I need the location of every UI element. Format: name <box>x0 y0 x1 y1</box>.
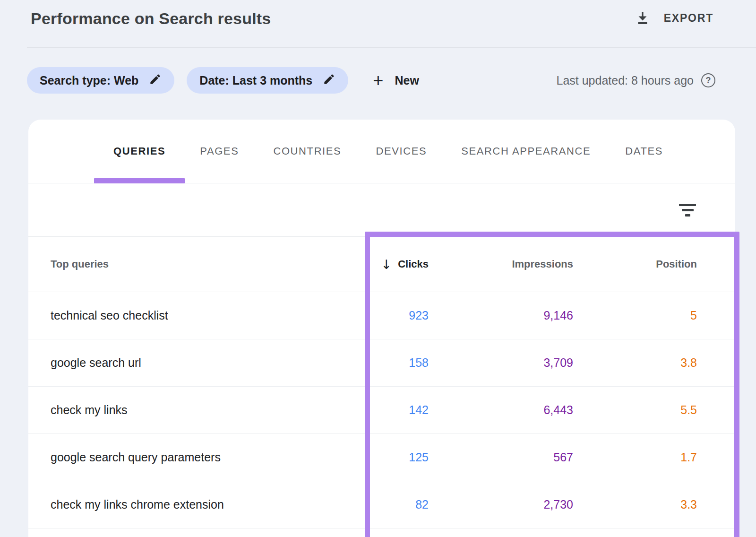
impressions-cell: 2,730 <box>429 498 573 511</box>
queries-table: Top queries ↓ Clicks Impressions Positio… <box>28 236 735 528</box>
query-cell[interactable]: check my links chrome extension <box>51 498 358 511</box>
query-cell[interactable]: technical seo checklist <box>51 309 358 322</box>
export-button[interactable]: EXPORT <box>636 10 713 26</box>
new-filter-button[interactable]: + New <box>373 71 419 89</box>
clicks-cell: 158 <box>358 356 429 370</box>
position-cell: 5.5 <box>573 403 697 417</box>
impressions-cell: 9,146 <box>429 309 573 322</box>
impressions-cell: 567 <box>429 450 573 464</box>
export-label: EXPORT <box>664 12 713 25</box>
search-type-chip[interactable]: Search type: Web <box>27 67 174 94</box>
position-cell: 5 <box>573 309 697 322</box>
position-cell: 3.8 <box>573 356 697 370</box>
impressions-cell: 3,709 <box>429 356 573 370</box>
table-row[interactable]: check my links chrome extension 82 2,730… <box>28 481 735 528</box>
filter-list-icon[interactable] <box>677 202 698 218</box>
clicks-cell: 82 <box>358 498 429 511</box>
clicks-cell: 923 <box>358 309 429 322</box>
column-header-impressions[interactable]: Impressions <box>429 258 573 270</box>
clicks-cell: 142 <box>358 403 429 417</box>
header-divider <box>27 47 756 48</box>
query-cell[interactable]: check my links <box>51 403 358 417</box>
column-header-top-queries: Top queries <box>51 258 358 270</box>
table-row[interactable]: check my links 142 6,443 5.5 <box>28 387 735 434</box>
clicks-cell: 125 <box>358 450 429 464</box>
tab-dates-label: DATES <box>625 145 663 157</box>
last-updated: Last updated: 8 hours ago ? <box>556 73 715 87</box>
date-filter-chip-label: Date: Last 3 months <box>199 74 312 87</box>
tab-countries-label: COUNTRIES <box>273 145 341 157</box>
pencil-icon <box>149 73 162 88</box>
query-cell[interactable]: google search query parameters <box>51 450 358 464</box>
column-header-position[interactable]: Position <box>573 258 697 270</box>
tab-dates[interactable]: DATES <box>625 120 663 183</box>
tab-pages[interactable]: PAGES <box>200 120 239 183</box>
table-row[interactable]: technical seo checklist 923 9,146 5 <box>28 292 735 339</box>
query-cell[interactable]: google search url <box>51 356 358 370</box>
tab-devices-label: DEVICES <box>376 145 427 157</box>
position-cell: 3.3 <box>573 498 697 511</box>
impressions-cell: 6,443 <box>429 403 573 417</box>
column-header-clicks[interactable]: ↓ Clicks <box>358 258 429 271</box>
new-filter-label: New <box>395 74 419 87</box>
last-updated-text: Last updated: 8 hours ago <box>556 74 694 87</box>
page-title: Performance on Search results <box>31 9 271 28</box>
table-row[interactable]: google search query parameters 125 567 1… <box>28 434 735 481</box>
tab-search-appearance-label: SEARCH APPEARANCE <box>461 145 591 157</box>
position-cell: 1.7 <box>573 450 697 464</box>
report-card: QUERIES PAGES COUNTRIES DEVICES SEARCH A… <box>28 120 735 537</box>
table-header-row: Top queries ↓ Clicks Impressions Positio… <box>28 236 735 292</box>
date-filter-chip[interactable]: Date: Last 3 months <box>187 67 348 94</box>
pencil-icon <box>323 73 335 88</box>
tab-countries[interactable]: COUNTRIES <box>273 120 341 183</box>
sort-desc-icon: ↓ <box>381 258 392 271</box>
table-row[interactable]: google search url 158 3,709 3.8 <box>28 339 735 387</box>
tab-queries[interactable]: QUERIES <box>113 120 165 183</box>
table-toolbar <box>28 183 735 236</box>
download-icon <box>636 10 650 26</box>
search-type-chip-label: Search type: Web <box>40 74 138 87</box>
tab-devices[interactable]: DEVICES <box>376 120 427 183</box>
column-header-clicks-label: Clicks <box>398 258 429 270</box>
plus-icon: + <box>373 71 383 89</box>
tab-search-appearance[interactable]: SEARCH APPEARANCE <box>461 120 591 183</box>
help-icon[interactable]: ? <box>701 73 715 87</box>
filter-bar: Search type: Web Date: Last 3 months + N… <box>27 67 715 94</box>
tab-queries-label: QUERIES <box>113 145 165 157</box>
tab-bar: QUERIES PAGES COUNTRIES DEVICES SEARCH A… <box>28 120 735 183</box>
tab-pages-label: PAGES <box>200 145 239 157</box>
